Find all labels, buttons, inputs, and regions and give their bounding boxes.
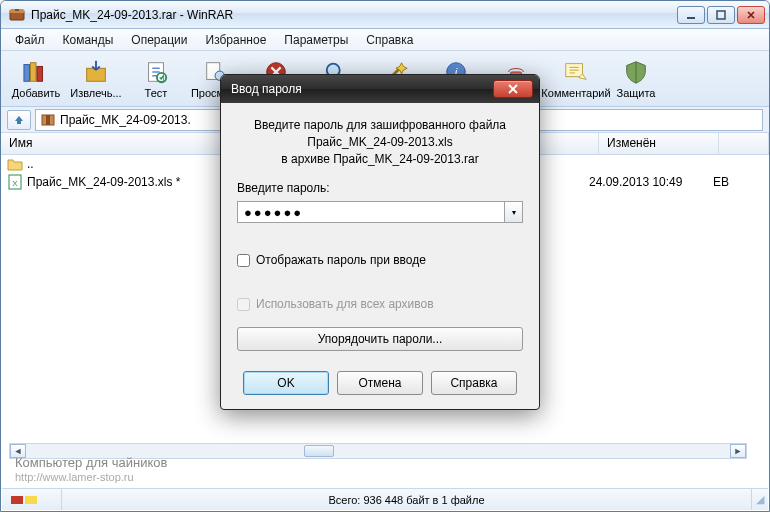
menu-operations[interactable]: Операции — [123, 31, 195, 49]
close-icon — [507, 84, 519, 94]
svg-rect-5 — [24, 65, 30, 82]
ok-button[interactable]: OK — [243, 371, 329, 395]
menubar: Файл Команды Операции Избранное Параметр… — [1, 29, 769, 51]
show-password-label: Отображать пароль при вводе — [256, 253, 426, 267]
col-modified[interactable]: Изменён — [599, 133, 719, 154]
tool-label: Тест — [145, 87, 168, 99]
help-button[interactable]: Справка — [431, 371, 517, 395]
folder-up-icon — [7, 156, 23, 172]
password-dialog: Ввод пароля Введите пароль для зашифрова… — [220, 74, 540, 410]
svg-rect-26 — [25, 496, 37, 504]
dialog-message: Введите пароль для зашифрованного файла … — [237, 117, 523, 167]
password-input[interactable] — [237, 201, 505, 223]
col-crc[interactable] — [719, 133, 769, 154]
cell-crc: EB — [713, 175, 763, 189]
status-total: Всего: 936 448 байт в 1 файле — [62, 489, 752, 510]
window-title: Прайс_MK_24-09-2013.rar - WinRAR — [31, 8, 677, 22]
scroll-thumb[interactable] — [304, 445, 334, 457]
watermark-line2: http://www.lamer-stop.ru — [15, 471, 167, 485]
tool-label: Защита — [617, 87, 656, 99]
use-all-label: Использовать для всех архивов — [256, 297, 434, 311]
svg-rect-4 — [717, 11, 725, 19]
show-password-checkbox[interactable]: Отображать пароль при вводе — [237, 253, 523, 267]
archive-icon — [40, 112, 56, 128]
tool-label: Добавить — [12, 87, 61, 99]
cancel-button[interactable]: Отмена — [337, 371, 423, 395]
cell-date: 24.09.2013 10:49 — [589, 175, 709, 189]
manage-passwords-button[interactable]: Упорядочить пароли... — [237, 327, 523, 351]
use-all-checkbox: Использовать для всех архивов — [237, 297, 523, 311]
svg-rect-25 — [11, 496, 23, 504]
shield-icon — [620, 58, 652, 86]
path-text: Прайс_MK_24-09-2013. — [60, 113, 191, 127]
tool-label: Извлечь... — [70, 87, 121, 99]
dialog-title: Ввод пароля — [231, 82, 493, 96]
password-dropdown[interactable]: ▾ — [505, 201, 523, 223]
menu-help[interactable]: Справка — [358, 31, 421, 49]
comment-icon — [560, 58, 592, 86]
dialog-msg-1: Введите пароль для зашифрованного файла — [237, 117, 523, 134]
menu-options[interactable]: Параметры — [276, 31, 356, 49]
scroll-right[interactable]: ► — [730, 444, 746, 458]
app-icon — [9, 7, 25, 23]
dialog-msg-2: Прайс_MK_24-09-2013.xls — [237, 134, 523, 151]
maximize-button[interactable] — [707, 6, 735, 24]
watermark: Компьютер для чайников http://www.lamer-… — [15, 455, 167, 485]
tool-add[interactable]: Добавить — [7, 54, 65, 104]
tool-extract[interactable]: Извлечь... — [67, 54, 125, 104]
menu-file[interactable]: Файл — [7, 31, 53, 49]
dialog-msg-3: в архиве Прайс_MK_24-09-2013.rar — [237, 151, 523, 168]
books-icon — [20, 58, 52, 86]
svg-rect-22 — [46, 115, 50, 125]
svg-rect-6 — [30, 63, 36, 82]
titlebar[interactable]: Прайс_MK_24-09-2013.rar - WinRAR — [1, 1, 769, 29]
tool-protect[interactable]: Защита — [607, 54, 665, 104]
svg-rect-8 — [87, 68, 106, 81]
tool-label: Комментарий — [541, 87, 610, 99]
tool-test[interactable]: Тест — [127, 54, 185, 104]
dialog-titlebar[interactable]: Ввод пароля — [221, 75, 539, 103]
resize-grip[interactable]: ◢ — [752, 493, 768, 506]
extract-icon — [80, 58, 112, 86]
password-label: Введите пароль: — [237, 181, 523, 195]
svg-rect-7 — [37, 66, 43, 81]
statusbar: Всего: 936 448 байт в 1 файле ◢ — [2, 488, 768, 510]
up-button[interactable] — [7, 110, 31, 130]
dialog-close-button[interactable] — [493, 80, 533, 98]
svg-rect-2 — [15, 9, 19, 11]
watermark-line1: Компьютер для чайников — [15, 455, 167, 471]
xls-icon: X — [7, 174, 23, 190]
tool-comment[interactable]: Комментарий — [547, 54, 605, 104]
show-password-box[interactable] — [237, 254, 250, 267]
svg-rect-3 — [687, 17, 695, 19]
menu-commands[interactable]: Команды — [55, 31, 122, 49]
close-button[interactable] — [737, 6, 765, 24]
svg-text:X: X — [12, 179, 18, 188]
minimize-button[interactable] — [677, 6, 705, 24]
test-icon — [140, 58, 172, 86]
status-icon — [10, 493, 38, 507]
use-all-box — [237, 298, 250, 311]
status-icon-pane — [2, 489, 62, 510]
menu-favorites[interactable]: Избранное — [198, 31, 275, 49]
